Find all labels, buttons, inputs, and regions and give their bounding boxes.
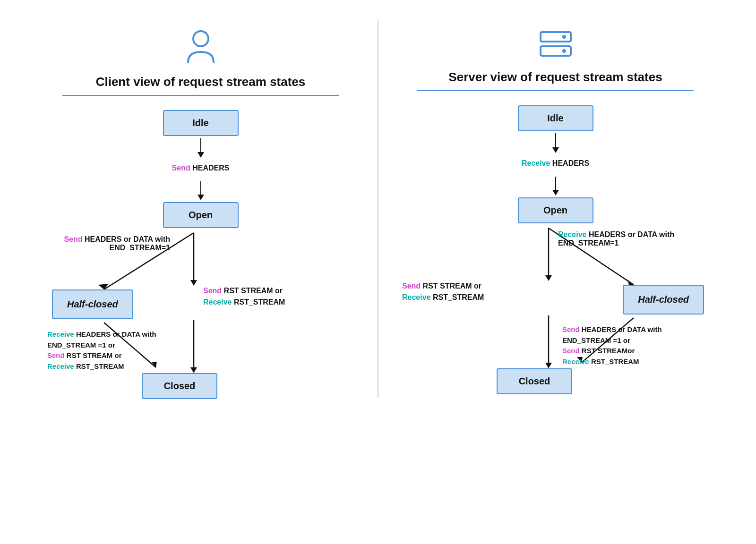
client-rst-label: Send RST STREAM or Receive RST_STREAM [203,282,298,311]
server-arrow-idle [552,133,559,153]
arrow-head [552,190,559,196]
send-kw: Send [64,235,82,243]
server-idle-box: Idle [518,105,593,131]
client-half-closed-state: Half-closed [52,289,133,319]
receive-kw4: Receive [562,357,589,366]
svg-point-12 [562,49,566,53]
client-half-closed-box: Half-closed [52,289,133,319]
client-divider [62,95,338,96]
server-bottom-right-label: Send HEADERS or DATA with END_STREAM =1 … [562,322,709,370]
rst-text-srv: Send RST STREAM or Receive RST_STREAM [402,280,539,303]
server-diagram: Idle Receive HEADERS [402,105,709,384]
bottom-right-text: Send HEADERS or DATA with END_STREAM =1 … [562,324,709,367]
server-half-closed-state: Half-closed [623,285,704,314]
svg-marker-14 [545,275,552,281]
receive-kw-srv: Receive [558,230,587,238]
arrow-line [200,138,201,152]
bottom-left-text: Receive HEADERS or DATA with END_STREAM … [47,329,175,372]
rst-send-text: RST STREAM [222,287,275,295]
client-closed-box: Closed [142,373,217,399]
server-arrow-label-open [552,177,559,196]
client-arrow-idle-open [198,138,204,158]
client-icon-area [184,28,217,66]
rst-or: or [275,287,283,295]
person-icon [184,28,217,66]
receive-kw3: Receive [47,362,74,370]
server-closed-state: Closed [497,368,572,394]
client-title: Client view of request stream states [96,75,306,89]
branch-left-text: HEADERS or DATA with END_STREAM=1 [83,235,170,252]
arrow-head [552,147,559,153]
main-container: Client view of request stream states Idl… [28,19,728,398]
svg-marker-20 [545,363,552,368]
svg-marker-4 [190,280,197,286]
rst-send-text-srv: RST STREAM [421,282,474,290]
arrow-line [200,181,201,195]
server-closed-box: Closed [497,368,572,394]
server-receive-headers-label: Receive HEADERS [522,158,589,169]
server-branch-section: Receive HEADERS or DATA with END_STREAM=… [402,223,709,384]
receive-kw: Receive [203,298,232,306]
receive-keyword: Receive [522,159,550,167]
client-send-headers-label: Send HEADERS [172,162,230,174]
headers-text: HEADERS [190,164,230,172]
client-idle-box: Idle [163,110,239,136]
client-branch-left-label: Send HEADERS or DATA with END_STREAM=1 [47,235,170,252]
svg-point-11 [562,35,566,39]
panel-divider [378,19,378,398]
arrow-line [555,177,556,190]
server-icon [537,28,575,61]
svg-marker-8 [190,367,197,373]
server-half-closed-box: Half-closed [623,285,704,314]
server-open-box: Open [518,197,593,223]
rst-text: Send RST STREAM or Receive RST_STREAM [203,285,298,308]
client-closed-state: Closed [142,373,217,399]
receive-kw-srv2: Receive [402,293,431,301]
send-kw3: Send [47,351,65,359]
svg-point-0 [193,31,208,46]
client-branch-section: Send HEADERS or DATA with END_STREAM=1 H… [47,228,354,389]
server-icon-area [537,28,575,61]
server-branch-right-label: Receive HEADERS or DATA with END_STREAM=… [558,230,695,247]
send-keyword: Send [172,164,190,172]
send-kw-srv: Send [402,282,421,290]
client-arrow-label-open [198,181,204,200]
server-rst-label: Send RST STREAM or Receive RST_STREAM [402,278,539,306]
arrow-head [198,195,204,200]
svg-marker-2 [98,284,109,289]
rst-receive-text: RST_STREAM [232,298,285,306]
client-panel: Client view of request stream states Idl… [28,19,373,398]
arrow-head [198,152,204,158]
headers-text-srv: HEADERS [550,159,589,167]
rst-receive-text-srv: RST_STREAM [431,293,484,301]
arrow-line [555,133,556,147]
send-kw2: Send [203,287,222,295]
server-title: Server view of request stream states [448,70,662,85]
server-panel: Server view of request stream states Idl… [383,19,728,398]
svg-rect-10 [541,46,571,56]
svg-rect-9 [541,32,571,42]
receive-kw2: Receive [47,330,74,338]
client-open-box: Open [163,202,239,228]
client-bottom-left-label: Receive HEADERS or DATA with END_STREAM … [47,326,175,374]
send-kw5: Send [562,347,580,355]
client-diagram: Idle Send HEADERS [47,110,354,389]
server-divider [417,90,693,91]
send-kw4: Send [562,325,580,333]
